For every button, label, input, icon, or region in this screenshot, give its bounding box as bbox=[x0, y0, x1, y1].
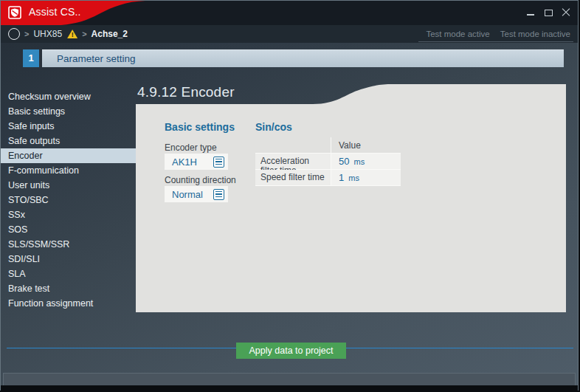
counting-direction-value: Normal bbox=[172, 189, 213, 200]
test-mode-switch: Test mode active Test mode inactive bbox=[418, 28, 573, 42]
row-label: Acceleration filter time bbox=[255, 154, 331, 169]
test-mode-active-button[interactable]: Test mode active bbox=[426, 30, 489, 38]
maximize-icon[interactable] bbox=[544, 8, 553, 17]
app-title: Assist CS.. bbox=[29, 6, 81, 18]
content-panel: Basic settings Encoder type AK1H Countin… bbox=[136, 104, 566, 312]
sincos-table: Value Acceleration filter time 50ms Spee… bbox=[255, 137, 401, 186]
app-shield-icon bbox=[8, 6, 21, 19]
dropdown-list-icon bbox=[213, 189, 224, 200]
panel-curve bbox=[136, 84, 566, 104]
sidebar-item-basic-settings[interactable]: Basic settings bbox=[1, 104, 136, 119]
bottom-strip bbox=[1, 385, 578, 391]
step-parameter-setting[interactable]: Parameter setting bbox=[42, 49, 564, 67]
sidebar-item-brake-test[interactable]: Brake test bbox=[1, 281, 136, 296]
breadcrumb-separator: > bbox=[24, 30, 29, 38]
dropdown-list-icon bbox=[213, 157, 224, 168]
table-header-row: Value bbox=[255, 137, 401, 154]
sidebar-item-sls-ssm-ssr[interactable]: SLS/SSM/SSR bbox=[1, 237, 136, 252]
step-label: Parameter setting bbox=[57, 53, 136, 64]
sidebar-item-encoder[interactable]: Encoder bbox=[1, 148, 136, 163]
table-header-spacer bbox=[255, 137, 331, 153]
sidebar-nav: Checksum overview Basic settings Safe in… bbox=[1, 89, 136, 311]
encoder-type-dropdown[interactable]: AK1H bbox=[165, 154, 228, 170]
sidebar-item-f-communication[interactable]: F-communication bbox=[1, 163, 136, 178]
sidebar-item-sos[interactable]: SOS bbox=[1, 222, 136, 237]
counting-direction-label: Counting direction bbox=[165, 175, 236, 185]
sidebar-item-sla[interactable]: SLA bbox=[1, 267, 136, 281]
device-disc-icon[interactable] bbox=[8, 28, 20, 40]
app-window: Assist CS.. > UHX85 ! > Achse_2 Test mod… bbox=[0, 0, 579, 391]
breadcrumb-axis[interactable]: Achse_2 bbox=[92, 29, 128, 39]
sidebar-item-ssx[interactable]: SSx bbox=[1, 207, 136, 222]
test-mode-inactive-button[interactable]: Test mode inactive bbox=[500, 30, 570, 38]
apply-data-button[interactable]: Apply data to project bbox=[236, 343, 346, 359]
breadcrumb-device[interactable]: UHX85 bbox=[33, 29, 62, 39]
acceleration-filter-time-field[interactable]: 50ms bbox=[331, 154, 401, 169]
close-icon[interactable] bbox=[562, 8, 570, 17]
basic-settings-title: Basic settings bbox=[165, 121, 235, 133]
breadcrumb: > UHX85 ! > Achse_2 Test mode active Tes… bbox=[1, 25, 578, 43]
counting-direction-dropdown[interactable]: Normal bbox=[165, 186, 228, 202]
table-row-acceleration-filter: Acceleration filter time 50ms bbox=[255, 154, 401, 170]
sidebar-item-safe-outputs[interactable]: Safe outputs bbox=[1, 134, 136, 148]
value-number: 50 bbox=[339, 156, 349, 167]
speed-filter-time-field[interactable]: 1ms bbox=[331, 170, 401, 185]
encoder-type-label: Encoder type bbox=[165, 142, 217, 153]
sidebar-item-sdi-sli[interactable]: SDI/SLI bbox=[1, 252, 136, 267]
titlebar: Assist CS.. bbox=[1, 1, 578, 25]
table-row-speed-filter: Speed filter time 1ms bbox=[255, 170, 401, 186]
sidebar-item-safe-inputs[interactable]: Safe inputs bbox=[1, 119, 136, 134]
sidebar-item-user-units[interactable]: User units bbox=[1, 178, 136, 193]
sincos-title: Sin/cos bbox=[255, 121, 292, 133]
brand-red-swoosh bbox=[1, 1, 170, 25]
value-number: 1 bbox=[339, 172, 344, 183]
step-number-badge: 1 bbox=[23, 49, 39, 67]
encoder-type-value: AK1H bbox=[172, 157, 213, 168]
sidebar-item-function-assignment[interactable]: Function assignment bbox=[1, 296, 136, 311]
window-controls bbox=[526, 7, 570, 18]
warning-triangle-icon: ! bbox=[67, 30, 77, 38]
minimize-icon[interactable] bbox=[526, 8, 535, 17]
value-unit: ms bbox=[348, 173, 359, 182]
value-unit: ms bbox=[353, 157, 365, 166]
sidebar-item-checksum-overview[interactable]: Checksum overview bbox=[1, 89, 136, 104]
breadcrumb-separator: > bbox=[82, 30, 86, 38]
sidebar-item-sto-sbc[interactable]: STO/SBC bbox=[1, 193, 136, 207]
table-header-value: Value bbox=[331, 137, 401, 153]
row-label: Speed filter time bbox=[255, 170, 331, 185]
